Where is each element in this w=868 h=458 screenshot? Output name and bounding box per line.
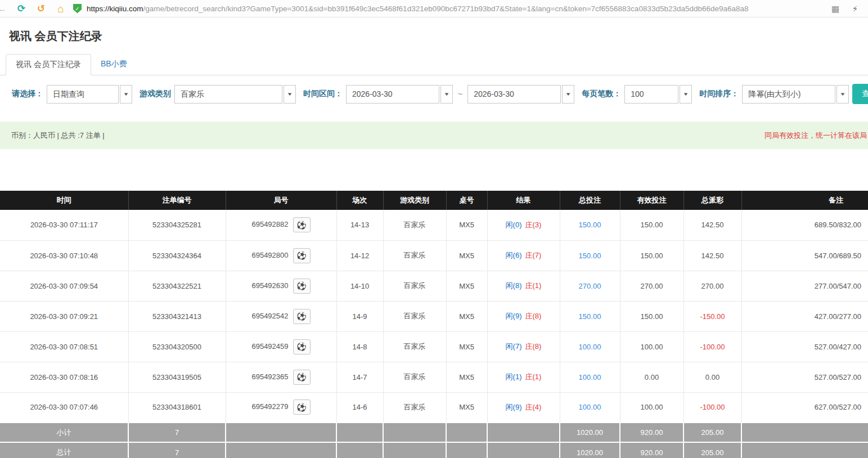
- round-video-button[interactable]: ⚽: [293, 248, 311, 263]
- column-header-table: 桌号: [446, 191, 487, 210]
- date-from-combo: 2026-03-30 ▼: [346, 85, 453, 104]
- sort-order-dropdown-button[interactable]: ▼: [836, 85, 849, 104]
- cell-valid-bet: 100.00: [620, 392, 683, 423]
- address-bar[interactable]: https://kiqiiu.com/game/betrecord_search…: [87, 5, 823, 13]
- result-player: 闲(8): [506, 281, 522, 290]
- cell-result: 闲(7)庄(8): [487, 331, 560, 362]
- cell-result: 闲(9)庄(4): [487, 392, 560, 423]
- total-bet-link[interactable]: 100.00: [579, 373, 601, 381]
- cell-valid-bet: 150.00: [620, 210, 683, 240]
- total-bet-link[interactable]: 100.00: [579, 403, 601, 411]
- game-type-value[interactable]: 百家乐: [174, 85, 282, 104]
- cell-session: 14-8: [336, 331, 383, 362]
- total-bet-link[interactable]: 150.00: [579, 312, 601, 321]
- round-video-button[interactable]: ⚽: [293, 279, 311, 294]
- cell-game-type: 百家乐: [383, 271, 446, 301]
- total-bet-link[interactable]: 150.00: [579, 252, 601, 260]
- sort-order-label: 时间排序：: [699, 89, 739, 99]
- records-table: 时间 注单编号 局号 场次 游戏类别 桌号 结果 总投注 有效投注 总派彩 备注…: [0, 191, 868, 458]
- table-row: 2026-03-30 07:07:46 523304318601 6954922…: [0, 392, 868, 423]
- cell-round: 695492542⚽: [226, 301, 336, 331]
- round-number: 695492365: [251, 372, 288, 380]
- total-valid-bet: 920.00: [620, 442, 683, 458]
- cell-valid-bet: 100.00: [620, 331, 683, 362]
- history-icon[interactable]: ↺: [34, 0, 48, 17]
- cell-bet-id: 523304320500: [128, 331, 226, 362]
- round-video-button[interactable]: ⚽: [293, 309, 311, 324]
- cell-game-type: 百家乐: [383, 331, 446, 362]
- round-video-button[interactable]: ⚽: [293, 217, 311, 232]
- column-header-payout: 总派彩: [683, 191, 741, 210]
- query-type-value[interactable]: 日期查询: [47, 85, 119, 104]
- search-button[interactable]: 查询: [852, 84, 868, 104]
- cell-round: 695492279⚽: [226, 392, 336, 423]
- game-type-dropdown-button[interactable]: ▼: [284, 85, 296, 104]
- total-bet-link[interactable]: 100.00: [579, 343, 601, 351]
- tab-bar: 视讯 会员下注纪录 BB小费: [0, 53, 868, 75]
- chevron-down-icon: ▼: [840, 92, 846, 97]
- result-player: 闲(9): [506, 403, 522, 411]
- cell-bet-id: 523304322521: [128, 271, 226, 301]
- result-player: 闲(6): [506, 251, 522, 259]
- ball-icon: ⚽: [296, 403, 306, 412]
- table-row: 2026-03-30 07:08:51 523304320500 6954924…: [0, 331, 868, 362]
- cell-payout: 142.50: [683, 240, 741, 271]
- cell-result: 闲(6)庄(7): [487, 240, 560, 271]
- column-header-round: 局号: [226, 191, 336, 210]
- chevron-down-icon: ▼: [123, 92, 129, 97]
- summary-bar: 币别：人民币 | 总共 :7 注单 | 同局有效投注，统一计算在该局: [0, 122, 868, 149]
- cell-session: 14-9: [336, 301, 383, 331]
- cell-total-bet: 150.00: [560, 240, 620, 271]
- result-banker: 庄(1): [525, 281, 542, 290]
- cell-table: MX5: [446, 392, 487, 423]
- back-icon[interactable]: ←: [0, 0, 9, 17]
- round-video-button[interactable]: ⚽: [293, 339, 311, 354]
- query-type-dropdown-button[interactable]: ▼: [120, 85, 132, 104]
- column-header-total-bet: 总投注: [560, 191, 620, 210]
- date-to-input[interactable]: 2026-03-30: [467, 85, 561, 104]
- date-from-input[interactable]: 2026-03-30: [346, 85, 439, 104]
- cell-bet-id: 523304319505: [128, 362, 226, 392]
- date-to-dropdown-button[interactable]: ▼: [562, 85, 574, 104]
- cell-total-bet: 150.00: [560, 210, 620, 240]
- cell-bet-id: 523304321413: [128, 301, 226, 331]
- cell-total-bet: 150.00: [560, 301, 620, 331]
- column-header-result: 结果: [487, 191, 560, 210]
- cell-game-type: 百家乐: [383, 240, 446, 271]
- chevron-down-icon: ▼: [683, 92, 689, 97]
- cell-total-bet: 270.00: [560, 271, 620, 301]
- lightning-icon[interactable]: ⚡: [848, 0, 862, 17]
- date-from-dropdown-button[interactable]: ▼: [440, 85, 453, 104]
- apps-grid-icon[interactable]: ▦: [828, 0, 843, 17]
- cell-table: MX5: [446, 301, 487, 331]
- round-number: 695492630: [251, 281, 288, 289]
- table-header-row: 时间 注单编号 局号 场次 游戏类别 桌号 结果 总投注 有效投注 总派彩 备注: [0, 191, 868, 210]
- subtotal-count: 7: [128, 423, 226, 442]
- round-video-button[interactable]: ⚽: [293, 370, 311, 385]
- sort-order-value[interactable]: 降幂(由大到小): [742, 85, 835, 104]
- result-player: 闲(0): [506, 221, 522, 229]
- tab-bet-records[interactable]: 视讯 会员下注纪录: [6, 54, 91, 75]
- round-video-button[interactable]: ⚽: [293, 399, 311, 415]
- cell-table: MX5: [446, 210, 487, 240]
- cell-round: 695492800⚽: [226, 240, 336, 271]
- cell-note: 627.00/527.00: [741, 392, 868, 423]
- tab-bb-tips[interactable]: BB小费: [91, 54, 137, 75]
- table-row: 2026-03-30 07:09:21 523304321413 6954925…: [0, 301, 868, 331]
- date-to-combo: 2026-03-30 ▼: [467, 85, 574, 104]
- home-icon[interactable]: ⌂: [53, 0, 68, 17]
- ball-icon: ⚽: [296, 312, 306, 321]
- cell-payout: 270.00: [683, 271, 741, 301]
- cell-round: 695492882⚽: [226, 210, 336, 240]
- cell-payout: 142.50: [683, 210, 741, 240]
- round-number: 695492459: [251, 342, 288, 350]
- refresh-icon[interactable]: ⟳: [14, 0, 29, 17]
- total-bet-link[interactable]: 150.00: [579, 221, 601, 229]
- page-size-value[interactable]: 100: [624, 85, 678, 104]
- cell-time: 2026-03-30 07:09:21: [0, 301, 128, 331]
- cell-payout: 0.00: [683, 362, 741, 392]
- total-bet-link[interactable]: 270.00: [579, 282, 601, 290]
- page-size-dropdown-button[interactable]: ▼: [680, 85, 692, 104]
- ball-icon: ⚽: [296, 372, 306, 381]
- cell-result: 闲(1)庄(1): [487, 362, 560, 392]
